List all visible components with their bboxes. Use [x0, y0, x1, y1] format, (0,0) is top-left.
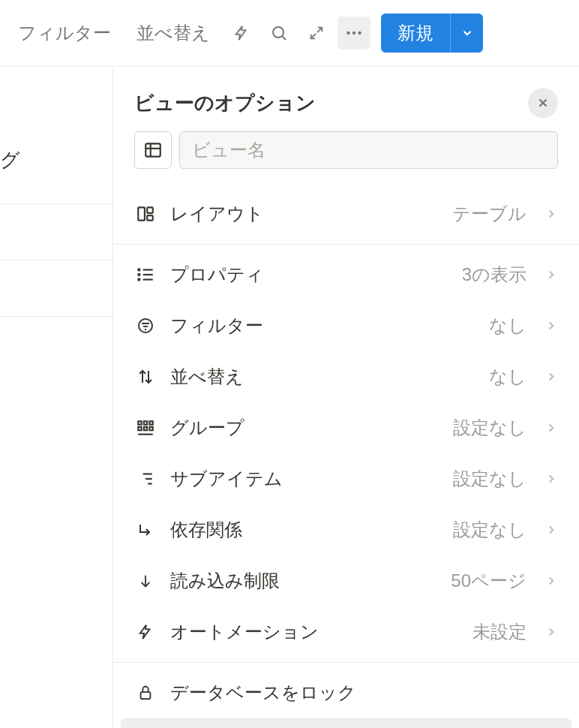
- layout-icon: [134, 204, 157, 224]
- chevron-right-icon: [544, 625, 558, 639]
- load-limit-value: 50ページ: [451, 569, 526, 593]
- chevron-right-icon: [544, 370, 558, 384]
- background-content: グ: [0, 68, 112, 728]
- sort-row[interactable]: 並べ替え なし: [113, 351, 579, 402]
- copy-view-link-row[interactable]: ビューのリンクをコピー: [121, 718, 572, 728]
- divider: [113, 244, 579, 245]
- svg-rect-12: [147, 215, 153, 221]
- group-row[interactable]: グループ 設定なし: [113, 402, 579, 453]
- svg-point-17: [138, 274, 140, 275]
- sort-label: 並べ替え: [170, 365, 476, 389]
- automations-icon[interactable]: [225, 17, 258, 50]
- svg-rect-26: [138, 427, 141, 430]
- chevron-right-icon: [544, 207, 558, 221]
- expand-icon[interactable]: [300, 17, 333, 50]
- automation-value: 未設定: [472, 620, 526, 644]
- list-icon: [134, 265, 157, 284]
- dependencies-icon: [134, 521, 157, 539]
- svg-rect-27: [144, 427, 147, 430]
- dependencies-value: 設定なし: [453, 518, 526, 542]
- svg-rect-7: [146, 143, 160, 156]
- svg-rect-24: [144, 421, 147, 424]
- chevron-right-icon: [544, 523, 558, 537]
- view-type-icon-button[interactable]: [134, 131, 172, 169]
- subitems-value: 設定なし: [453, 467, 526, 491]
- dependencies-label: 依存関係: [170, 518, 440, 542]
- svg-rect-23: [138, 421, 141, 424]
- layout-label: レイアウト: [170, 202, 439, 226]
- filter-value: なし: [489, 314, 526, 338]
- panel-title: ビューのオプション: [134, 90, 316, 116]
- group-label: グループ: [170, 416, 440, 440]
- automation-row[interactable]: オートメーション 未設定: [113, 606, 579, 657]
- search-icon[interactable]: [262, 17, 296, 50]
- sort-icon: [134, 368, 157, 386]
- subitems-row[interactable]: サブアイテム 設定なし: [113, 453, 579, 504]
- filter-label: フィルター: [170, 314, 476, 338]
- database-toolbar: フィルター 並べ替え 新規: [0, 0, 579, 67]
- chevron-right-icon: [544, 574, 558, 588]
- load-limit-row[interactable]: 読み込み制限 50ページ: [113, 555, 579, 606]
- filter-button[interactable]: フィルター: [8, 15, 122, 51]
- group-value: 設定なし: [453, 416, 526, 440]
- new-button[interactable]: 新規: [381, 14, 450, 53]
- subitems-label: サブアイテム: [170, 467, 440, 491]
- svg-point-16: [138, 269, 140, 270]
- svg-point-0: [273, 27, 284, 38]
- svg-rect-10: [138, 207, 145, 220]
- new-dropdown-button[interactable]: [450, 14, 483, 53]
- view-options-panel: ビューのオプション レイアウト テーブル プロパティ 3の表示: [112, 68, 579, 728]
- automation-label: オートメーション: [170, 620, 459, 644]
- dependencies-row[interactable]: 依存関係 設定なし: [113, 504, 579, 555]
- chevron-right-icon: [544, 421, 558, 435]
- lock-database-label: データベースをロック: [170, 681, 558, 705]
- svg-point-3: [352, 32, 356, 35]
- svg-line-1: [283, 37, 286, 41]
- svg-point-18: [138, 278, 140, 280]
- more-options-button[interactable]: [338, 17, 370, 50]
- arrow-down-icon: [134, 573, 157, 589]
- sort-value: なし: [489, 365, 526, 389]
- chevron-right-icon: [544, 268, 558, 281]
- close-button[interactable]: [528, 88, 558, 118]
- svg-rect-37: [141, 692, 151, 699]
- divider: [113, 662, 579, 663]
- load-limit-label: 読み込み制限: [170, 569, 437, 593]
- layout-row[interactable]: レイアウト テーブル: [113, 188, 579, 239]
- sort-button[interactable]: 並べ替え: [126, 15, 220, 51]
- properties-row[interactable]: プロパティ 3の表示: [113, 249, 579, 300]
- lock-icon: [134, 684, 157, 701]
- truncated-text: グ: [0, 149, 20, 171]
- svg-point-4: [358, 32, 361, 35]
- filter-icon: [134, 317, 157, 335]
- lightning-icon: [134, 624, 157, 640]
- svg-rect-25: [149, 421, 152, 424]
- properties-value: 3の表示: [462, 263, 526, 287]
- view-name-input[interactable]: [179, 131, 558, 169]
- layout-value: テーブル: [452, 202, 526, 226]
- lock-database-row[interactable]: データベースをロック: [113, 667, 579, 718]
- svg-rect-28: [149, 427, 152, 430]
- subitems-icon: [134, 469, 157, 489]
- group-icon: [134, 418, 157, 438]
- chevron-right-icon: [544, 319, 558, 332]
- svg-point-2: [346, 32, 350, 35]
- properties-label: プロパティ: [170, 263, 448, 287]
- svg-rect-11: [147, 207, 153, 213]
- chevron-right-icon: [544, 472, 558, 486]
- filter-row[interactable]: フィルター なし: [113, 300, 579, 351]
